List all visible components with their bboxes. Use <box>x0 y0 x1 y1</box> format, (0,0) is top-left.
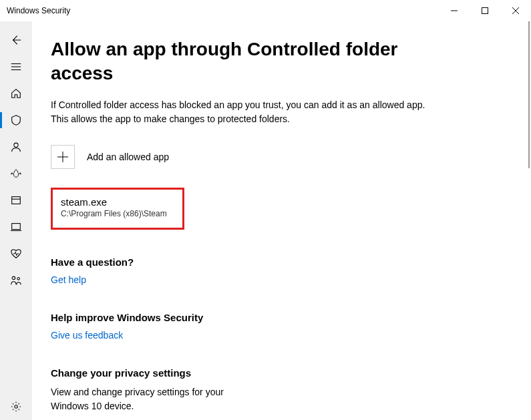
sidebar-item-settings[interactable] <box>0 393 32 420</box>
sidebar-item-device-security[interactable] <box>0 214 32 240</box>
menu-button[interactable] <box>0 53 32 80</box>
improve-section: Help improve Windows Security Give us fe… <box>51 312 504 341</box>
scrollbar[interactable] <box>526 21 531 420</box>
sidebar <box>0 21 32 420</box>
sidebar-item-virus-protection[interactable] <box>0 107 32 134</box>
svg-rect-10 <box>12 197 21 204</box>
sidebar-item-account[interactable] <box>0 134 32 160</box>
privacy-text: View and change privacy settings for you… <box>51 385 224 413</box>
get-help-link[interactable]: Get help <box>51 274 504 285</box>
sidebar-item-device-performance[interactable] <box>0 240 32 267</box>
svg-point-9 <box>19 173 21 174</box>
app-path: C:\Program Files (x86)\Steam <box>61 209 174 218</box>
sidebar-item-family[interactable] <box>0 267 32 294</box>
plus-icon <box>51 145 75 169</box>
app-name: steam.exe <box>61 196 174 208</box>
page-title: Allow an app through Controlled folder a… <box>51 37 452 86</box>
improve-title: Help improve Windows Security <box>51 312 504 323</box>
titlebar: Windows Security <box>0 0 531 21</box>
question-section: Have a question? Get help <box>51 256 504 285</box>
add-button-label: Add an allowed app <box>87 152 169 162</box>
question-title: Have a question? <box>51 256 504 268</box>
svg-rect-1 <box>482 8 488 14</box>
privacy-section: Change your privacy settings View and ch… <box>51 367 504 413</box>
privacy-title: Change your privacy settings <box>51 367 504 379</box>
sidebar-item-firewall[interactable] <box>0 160 32 187</box>
titlebar-controls <box>439 0 531 21</box>
svg-point-7 <box>14 143 18 147</box>
feedback-link[interactable]: Give us feedback <box>51 330 504 341</box>
page-description: If Controlled folder access has blocked … <box>51 98 445 126</box>
allowed-app-item[interactable]: steam.exe C:\Program Files (x86)\Steam <box>51 188 184 230</box>
svg-point-8 <box>11 173 13 174</box>
sidebar-item-app-browser[interactable] <box>0 187 32 214</box>
sidebar-item-home[interactable] <box>0 80 32 107</box>
maximize-button[interactable] <box>470 0 500 21</box>
svg-point-16 <box>15 405 18 409</box>
back-button[interactable] <box>0 27 32 53</box>
close-button[interactable] <box>500 0 531 21</box>
scrollbar-thumb[interactable] <box>528 21 530 168</box>
content-area: Allow an app through Controlled folder a… <box>32 21 531 420</box>
svg-rect-12 <box>12 224 21 230</box>
svg-point-14 <box>12 276 15 280</box>
window-title: Windows Security <box>7 6 70 15</box>
svg-point-15 <box>17 278 20 280</box>
minimize-button[interactable] <box>439 0 470 21</box>
add-allowed-app-button[interactable]: Add an allowed app <box>51 145 169 169</box>
